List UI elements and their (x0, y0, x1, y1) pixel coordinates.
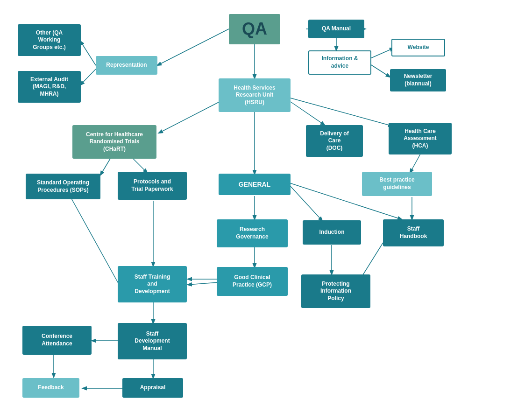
node-external-audit[interactable]: External Audit(MAGI, R&D,MHRA) (18, 71, 81, 103)
svg-line-10 (291, 102, 325, 125)
node-gcp[interactable]: Good ClinicalPractice (GCP) (217, 267, 288, 296)
node-qa-manual[interactable]: QA Manual (308, 20, 364, 38)
svg-line-24 (65, 188, 119, 285)
node-feedback[interactable]: Feedback (22, 378, 79, 398)
node-research-governance[interactable]: ResearchGovernance (217, 219, 288, 247)
node-protecting-info[interactable]: ProtectingInformationPolicy (301, 274, 370, 308)
svg-line-14 (410, 154, 420, 173)
node-appraisal[interactable]: Appraisal (122, 378, 183, 398)
svg-line-11 (291, 98, 392, 126)
svg-line-8 (159, 102, 220, 133)
node-staff-dev-manual[interactable]: StaffDevelopmentManual (118, 323, 187, 359)
node-conference-attendance[interactable]: ConferenceAttendance (22, 326, 92, 355)
node-other-qa[interactable]: Other (QAWorkingGroups etc.) (18, 24, 81, 56)
node-representation[interactable]: Representation (96, 56, 157, 75)
svg-line-20 (188, 282, 218, 285)
node-newsletter[interactable]: Newsletter(biannual) (390, 69, 446, 91)
svg-line-5 (80, 41, 96, 65)
node-general[interactable]: GENERAL (219, 174, 291, 195)
node-protocols[interactable]: Protocols andTrial Paperwork (118, 172, 187, 200)
svg-line-13 (133, 159, 147, 173)
node-website[interactable]: Website (391, 39, 445, 56)
node-delivery-care[interactable]: Delivery ofCare(DOC) (306, 125, 363, 157)
node-qa[interactable]: QA (229, 14, 280, 44)
node-info-advice[interactable]: Information &advice (308, 50, 371, 75)
node-sop[interactable]: Standard OperatingProcedures (SOPs) (26, 174, 100, 199)
node-staff-training[interactable]: Staff TrainingandDevelopment (118, 266, 187, 302)
node-chart[interactable]: Centre for HealthcareRandomised Trials(C… (72, 125, 156, 159)
node-induction[interactable]: Induction (303, 220, 361, 245)
diagram-container: QA QA Manual Information &advice Website… (0, 0, 532, 414)
svg-line-4 (157, 29, 229, 65)
node-staff-handbook[interactable]: StaffHandbook (383, 219, 444, 246)
node-hsru[interactable]: Health ServicesResearch Unit(HSRU) (219, 78, 291, 112)
node-hca[interactable]: Health CareAssessment(HCA) (389, 123, 452, 154)
svg-line-2 (370, 48, 394, 58)
svg-line-16 (290, 185, 322, 221)
svg-line-6 (80, 69, 96, 85)
svg-line-3 (370, 64, 390, 77)
node-best-practice[interactable]: Best practiceguidelines (362, 172, 432, 196)
